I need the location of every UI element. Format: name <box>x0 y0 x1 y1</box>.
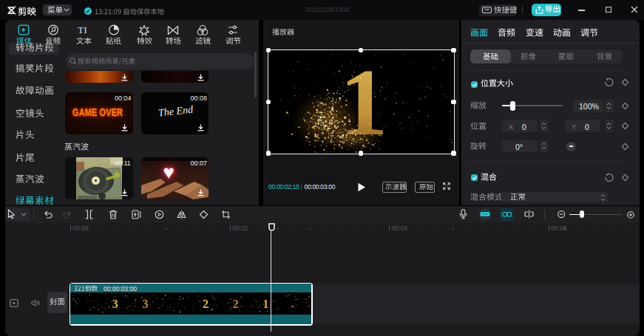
svg-text:2: 2 <box>203 297 209 309</box>
svg-text:3: 3 <box>112 297 118 309</box>
svg-text:2: 2 <box>233 297 239 309</box>
